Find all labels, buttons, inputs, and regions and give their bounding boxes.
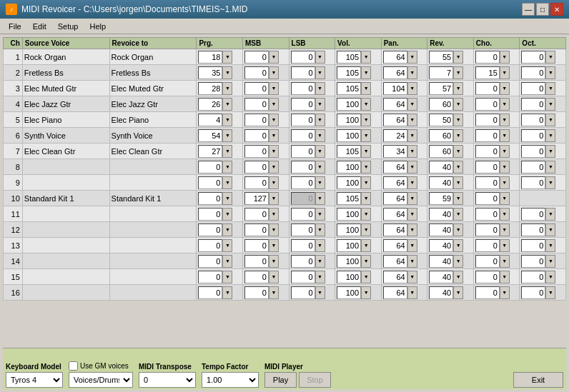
maximize-button[interactable]: □ bbox=[536, 3, 549, 16]
header-lsb: LSB bbox=[289, 38, 335, 49]
tempo-factor-dropdown[interactable]: 1.00 bbox=[202, 372, 259, 388]
exit-group: Exit bbox=[513, 372, 563, 388]
table-row: 10Standard Kit 1Standard Kit 1▼▼▼▼▼▼▼ bbox=[4, 191, 566, 206]
play-button[interactable]: Play bbox=[264, 372, 297, 388]
stop-button[interactable]: Stop bbox=[299, 372, 331, 388]
table-row: 6Synth VoiceSynth Voice▼▼▼▼▼▼▼▼ bbox=[4, 128, 566, 144]
table-row: 8▼▼▼▼▼▼▼▼ bbox=[4, 159, 566, 175]
midi-transpose-select[interactable]: 0 bbox=[139, 372, 196, 388]
gm-voices-checkbox[interactable] bbox=[69, 361, 78, 371]
keyboard-model-label: Keyboard Model bbox=[6, 363, 63, 371]
tempo-factor-select[interactable]: 1.00 bbox=[202, 372, 259, 388]
keyboard-model-group: Keyboard Model Tyros 4 bbox=[6, 363, 63, 388]
table-row: 12▼▼▼▼▼▼▼▼ bbox=[4, 222, 566, 238]
table-row: 7Elec Clean GtrElec Clean Gtr▼▼▼▼▼▼▼▼ bbox=[4, 144, 566, 159]
gm-voices-checkbox-label[interactable]: Use GM voices bbox=[69, 361, 133, 371]
menu-bar: File Edit Setup Help bbox=[0, 19, 569, 34]
main-content: Ch Source Voice Revoice to Prg. MSB LSB … bbox=[0, 34, 569, 392]
midi-transpose-group: MIDI Transpose 0 bbox=[139, 363, 196, 388]
table-row: 3Elec Muted GtrElec Muted Gtr▼▼▼▼▼▼▼▼ bbox=[4, 81, 566, 96]
menu-setup[interactable]: Setup bbox=[52, 21, 84, 32]
app-icon: ♪ bbox=[6, 4, 17, 15]
menu-help[interactable]: Help bbox=[84, 21, 112, 32]
table-row: 1Rock OrganRock Organ▼▼▼▼▼▼▼▼ bbox=[4, 49, 566, 65]
channel-table: Ch Source Voice Revoice to Prg. MSB LSB … bbox=[3, 37, 566, 301]
table-row: 4Elec Jazz GtrElec Jazz Gtr▼▼▼▼▼▼▼▼ bbox=[4, 96, 566, 112]
header-cho: Cho. bbox=[473, 38, 520, 49]
channel-table-container: Ch Source Voice Revoice to Prg. MSB LSB … bbox=[3, 37, 566, 348]
tempo-factor-label: Tempo Factor bbox=[202, 363, 259, 371]
title-bar: ♪ MIDI Revoicer - C:\Users\jorgen\Docume… bbox=[0, 0, 569, 19]
table-row: 9▼▼▼▼▼▼▼▼ bbox=[4, 175, 566, 191]
header-ch: Ch bbox=[4, 38, 23, 49]
table-row: 16▼▼▼▼▼▼▼▼ bbox=[4, 285, 566, 301]
midi-transpose-label: MIDI Transpose bbox=[139, 363, 196, 371]
midi-player-label: MIDI Player bbox=[264, 363, 331, 371]
header-pan: Pan. bbox=[381, 38, 427, 49]
voices-drums-select[interactable]: Voices/Drums bbox=[69, 372, 133, 388]
header-oct: Oct. bbox=[520, 38, 566, 49]
midi-player-group: MIDI Player Play Stop bbox=[264, 363, 331, 388]
table-row: 11▼▼▼▼▼▼▼▼ bbox=[4, 206, 566, 222]
header-rev: Rev. bbox=[427, 38, 474, 49]
window-title: MIDI Revoicer - C:\Users\jorgen\Document… bbox=[21, 4, 247, 14]
voices-drums-dropdown[interactable]: Voices/Drums bbox=[69, 372, 133, 388]
tempo-factor-group: Tempo Factor 1.00 bbox=[202, 363, 259, 388]
menu-edit[interactable]: Edit bbox=[27, 21, 52, 32]
header-revoice: Revoice to bbox=[109, 38, 197, 49]
exit-button[interactable]: Exit bbox=[513, 372, 563, 388]
header-prg: Prg. bbox=[197, 38, 243, 49]
table-row: 14▼▼▼▼▼▼▼▼ bbox=[4, 253, 566, 269]
midi-player-controls: Play Stop bbox=[264, 372, 331, 388]
header-vol: Vol. bbox=[335, 38, 382, 49]
title-buttons: — □ ✕ bbox=[522, 3, 563, 16]
bottom-bar: Keyboard Model Tyros 4 Use GM voices Voi… bbox=[3, 348, 566, 389]
gm-voices-group: Use GM voices Voices/Drums bbox=[69, 361, 133, 388]
minimize-button[interactable]: — bbox=[522, 3, 535, 16]
close-button[interactable]: ✕ bbox=[550, 3, 563, 16]
keyboard-model-select[interactable]: Tyros 4 bbox=[6, 372, 63, 388]
table-row: 5Elec PianoElec Piano▼▼▼▼▼▼▼▼ bbox=[4, 112, 566, 128]
keyboard-model-dropdown[interactable]: Tyros 4 bbox=[6, 372, 63, 388]
menu-file[interactable]: File bbox=[3, 21, 27, 32]
table-row: 13▼▼▼▼▼▼▼▼ bbox=[4, 238, 566, 253]
header-msb: MSB bbox=[242, 38, 289, 49]
header-source: Source Voice bbox=[22, 38, 109, 49]
table-row: 2Fretless BsFretless Bs▼▼▼▼▼▼▼▼ bbox=[4, 65, 566, 81]
midi-transpose-dropdown[interactable]: 0 bbox=[139, 372, 196, 388]
table-row: 15▼▼▼▼▼▼▼▼ bbox=[4, 269, 566, 285]
